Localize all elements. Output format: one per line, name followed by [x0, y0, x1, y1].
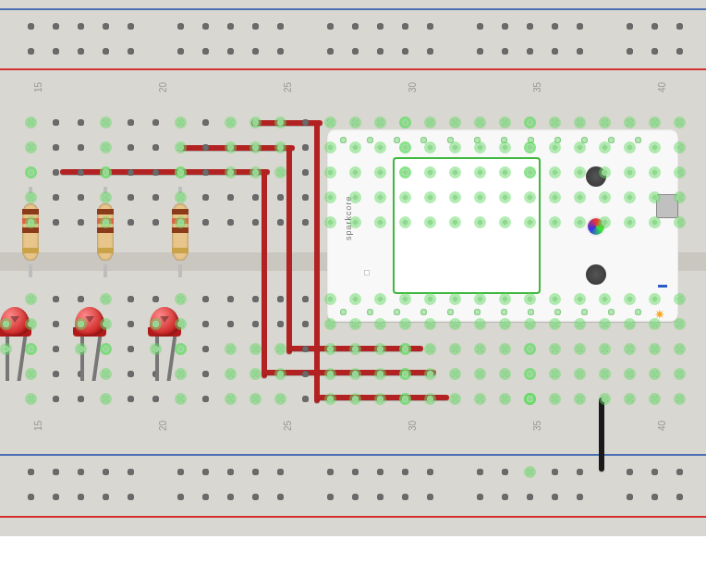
tie-hole — [552, 119, 558, 126]
rail-hole — [352, 48, 359, 55]
tie-hole — [427, 396, 433, 402]
rail-hole — [227, 23, 234, 30]
tie-hole — [502, 219, 508, 226]
tie-hole — [377, 194, 383, 201]
tie-hole — [577, 346, 583, 352]
sparkcore-pin — [554, 137, 561, 143]
rail-hole — [477, 48, 483, 55]
tie-hole — [227, 296, 234, 302]
tie-hole — [377, 321, 383, 327]
tie-hole — [651, 144, 658, 151]
rail-hole — [552, 48, 558, 55]
reset-button[interactable] — [586, 264, 606, 285]
tie-hole — [202, 371, 209, 377]
tie-hole — [103, 119, 109, 126]
tie-hole — [302, 321, 309, 327]
tie-hole — [402, 219, 408, 226]
sparkcore-pin — [528, 309, 534, 315]
tie-hole — [527, 396, 533, 402]
rail-hole — [78, 23, 84, 30]
tie-hole — [103, 396, 109, 402]
tie-hole — [327, 371, 334, 377]
tie-hole — [627, 144, 633, 151]
rail-hole — [252, 48, 259, 55]
tie-hole — [227, 219, 234, 226]
tie-hole — [302, 169, 309, 176]
rail-hole — [477, 469, 483, 475]
resistor-1 — [22, 196, 39, 268]
rail-hole — [577, 469, 583, 475]
rail-hole — [53, 469, 59, 475]
tie-hole — [128, 169, 134, 176]
tie-hole — [427, 321, 433, 327]
tie-hole — [28, 396, 34, 402]
tie-hole — [302, 371, 309, 377]
tie-hole — [452, 321, 458, 327]
tie-hole — [128, 396, 134, 402]
rail-hole — [502, 494, 508, 500]
tie-hole — [177, 321, 184, 327]
wifi-chip — [393, 157, 541, 294]
tie-hole — [277, 219, 284, 226]
sparkcore-pin — [554, 309, 561, 315]
tie-hole — [552, 296, 558, 302]
tie-hole — [651, 119, 658, 126]
tie-hole — [377, 219, 383, 226]
tie-hole — [53, 371, 59, 377]
tie-hole — [152, 396, 159, 402]
tie-hole — [352, 346, 359, 352]
tie-hole — [676, 296, 683, 302]
tie-hole — [477, 346, 483, 352]
tie-hole — [427, 119, 433, 126]
tie-hole — [502, 119, 508, 126]
wire-red-1 — [286, 148, 292, 354]
tie-hole — [627, 119, 633, 126]
tie-hole — [128, 296, 134, 302]
tie-hole — [177, 219, 184, 226]
rail-hole — [78, 494, 84, 500]
rail-hole — [577, 494, 583, 500]
column-label: 15 — [33, 82, 43, 92]
tie-hole — [128, 321, 134, 327]
rail-hole — [28, 48, 34, 55]
sparkcore-pin — [474, 137, 481, 143]
rail-hole — [327, 469, 334, 475]
tie-hole — [627, 219, 633, 226]
canvas: 151520202525303035354040TEXAS INSTRUMENT… — [0, 0, 706, 588]
rail-hole — [78, 48, 84, 55]
tie-hole — [103, 194, 109, 201]
tie-hole — [527, 194, 533, 201]
tie-hole — [676, 119, 683, 126]
power-rail-blue — [0, 8, 706, 10]
tie-hole — [302, 119, 309, 126]
tie-hole — [128, 194, 134, 201]
tie-hole — [277, 119, 284, 126]
tie-hole — [252, 371, 259, 377]
tie-hole — [78, 346, 84, 352]
tie-hole — [502, 371, 508, 377]
tie-hole — [676, 396, 683, 402]
rail-hole — [227, 469, 234, 475]
tie-hole — [377, 169, 383, 176]
tie-hole — [202, 396, 209, 402]
tie-hole — [602, 219, 608, 226]
tie-hole — [602, 169, 608, 176]
vin-marker — [658, 285, 667, 288]
board-label: sparkcore — [344, 195, 353, 240]
tie-hole — [78, 321, 84, 327]
tie-hole — [53, 194, 59, 201]
tie-hole — [502, 194, 508, 201]
rail-hole — [527, 494, 533, 500]
rail-hole — [577, 23, 583, 30]
tie-hole — [651, 169, 658, 176]
tie-hole — [152, 296, 159, 302]
rail-hole — [402, 469, 408, 475]
tie-hole — [452, 219, 458, 226]
resistor-2 — [97, 196, 114, 268]
sparkcore-pin — [420, 137, 427, 143]
rail-hole — [651, 23, 658, 30]
rail-hole — [427, 494, 433, 500]
tie-hole — [527, 169, 533, 176]
tie-hole — [402, 144, 408, 151]
tie-hole — [277, 321, 284, 327]
